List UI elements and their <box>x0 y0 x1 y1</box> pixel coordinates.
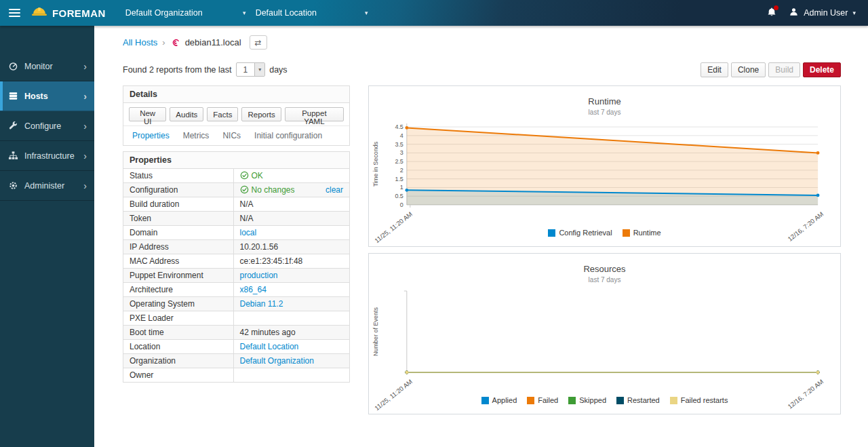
status-badge: No changes <box>240 185 295 195</box>
sidebar-item-infrastructure[interactable]: Infrastructure› <box>0 141 94 171</box>
property-label: Boot time <box>123 326 233 340</box>
audits-button[interactable]: Audits <box>170 107 203 121</box>
sidebar-item-label: Administer <box>24 181 64 191</box>
sidebar-item-hosts[interactable]: Hosts› <box>0 81 94 111</box>
table-row: Domainlocal <box>123 226 349 240</box>
location-link[interactable]: Default Location <box>240 342 299 351</box>
status-badge: OK <box>240 171 263 180</box>
architecture-link[interactable]: x86_64 <box>240 285 267 294</box>
sidebar-item-administer[interactable]: Administer› <box>0 171 94 201</box>
svg-text:1.5: 1.5 <box>395 176 403 182</box>
legend-swatch <box>481 397 489 404</box>
breadcrumb-all-hosts-link[interactable]: All Hosts <box>123 37 157 47</box>
breadcrumb: All Hosts › debian11.local ⇄ <box>123 35 841 50</box>
sidebar-nav: Monitor›Hosts›Configure›Infrastructure›A… <box>0 26 94 447</box>
details-button-row: New UIAuditsFactsReportsPuppet YAML <box>123 103 349 126</box>
property-value: OK <box>233 169 349 183</box>
sidebar-item-label: Infrastructure <box>24 151 75 161</box>
svg-text:11/25, 11:20 AM: 11/25, 11:20 AM <box>373 210 414 244</box>
table-row: Operating SystemDebian 11.2 <box>123 297 349 311</box>
tab-properties[interactable]: Properties <box>125 126 176 145</box>
organization-label: Default Organization <box>125 8 203 18</box>
tab-nics[interactable]: NICs <box>216 126 248 145</box>
table-row: Owner <box>123 368 349 383</box>
legend-label: Skipped <box>579 396 606 404</box>
sidebar-item-label: Monitor <box>24 62 53 71</box>
new-ui-button[interactable]: New UI <box>129 107 166 121</box>
host-switcher-button[interactable]: ⇄ <box>250 35 267 50</box>
clone-button[interactable]: Clone <box>731 62 766 77</box>
legend-item-runtime[interactable]: Runtime <box>623 229 661 237</box>
caret-down-icon: ▾ <box>365 9 368 16</box>
foreman-logo[interactable]: FOREMAN <box>31 5 106 20</box>
clear-link[interactable]: clear <box>326 185 343 195</box>
notifications-button[interactable] <box>766 7 777 20</box>
location-selector[interactable]: Default Location ▾ <box>256 8 368 18</box>
sitemap-icon <box>7 151 18 161</box>
host-action-buttons: EditCloneBuildDelete <box>701 62 841 77</box>
tab-metrics[interactable]: Metrics <box>176 126 216 145</box>
top-navbar: FOREMAN Default Organization ▾ Default L… <box>0 0 868 26</box>
menu-toggle-button[interactable] <box>0 9 29 17</box>
property-label: Operating System <box>123 297 233 311</box>
svg-text:4: 4 <box>400 132 403 139</box>
chevron-right-icon: › <box>83 92 87 101</box>
caret-down-icon: ▾ <box>254 63 264 76</box>
caret-down-icon: ▾ <box>852 9 856 16</box>
property-text: ce:e1:23:45:1f:48 <box>240 256 303 266</box>
organization-link[interactable]: Default Organization <box>240 356 314 366</box>
sidebar-item-monitor[interactable]: Monitor› <box>0 52 94 81</box>
operating-system-link[interactable]: Debian 11.2 <box>240 299 283 309</box>
svg-text:11/25, 11:20 AM: 11/25, 11:20 AM <box>373 378 414 412</box>
table-row: StatusOK <box>123 169 349 183</box>
legend-item-restarted[interactable]: Restarted <box>616 396 660 404</box>
table-row: MAC Addressce:e1:23:45:1f:48 <box>123 254 349 269</box>
puppet-environment-link[interactable]: production <box>240 271 278 280</box>
days-select[interactable]: 1 ▾ <box>236 62 266 77</box>
facts-button[interactable]: Facts <box>207 107 238 121</box>
resources-chart: 11/25, 11:20 AM12/16, 7:20 AMNumber of E… <box>369 286 840 414</box>
server-icon <box>7 91 18 102</box>
details-tabs: PropertiesMetricsNICsInitial configurati… <box>123 126 349 145</box>
user-name: Admin User <box>804 8 848 18</box>
property-value: Default Location <box>233 340 349 354</box>
property-text: 10.20.1.56 <box>240 242 279 252</box>
table-row: ConfigurationNo changesclear <box>123 183 349 197</box>
table-row: Boot time42 minutes ago <box>123 326 349 340</box>
user-icon <box>789 7 799 19</box>
puppet-yaml-button[interactable]: Puppet YAML <box>285 107 344 121</box>
property-label: Location <box>123 340 233 354</box>
domain-link[interactable]: local <box>240 228 257 237</box>
edit-button[interactable]: Edit <box>701 62 728 77</box>
chevron-right-icon: › <box>83 151 87 161</box>
legend-item-config-retrieval[interactable]: Config Retrieval <box>548 229 612 237</box>
breadcrumb-current-host: debian11.local <box>185 37 241 47</box>
svg-text:12/16, 7:20 AM: 12/16, 7:20 AM <box>786 210 825 243</box>
gauge-icon <box>7 61 18 72</box>
resources-chart-legend: AppliedFailedSkippedRestartedFailed rest… <box>369 396 840 404</box>
property-value <box>233 368 349 383</box>
table-row: LocationDefault Location <box>123 340 349 354</box>
switch-arrows-icon: ⇄ <box>255 38 262 47</box>
property-value: x86_64 <box>233 283 349 297</box>
charts-column: Runtime last 7 days 00.511.522.533.544.5… <box>368 85 841 414</box>
user-menu[interactable]: Admin User ▾ <box>789 7 856 19</box>
legend-item-applied[interactable]: Applied <box>481 396 517 404</box>
property-value: production <box>233 269 349 283</box>
property-value: N/A <box>233 212 349 226</box>
sidebar-item-configure[interactable]: Configure› <box>0 111 94 141</box>
organization-selector[interactable]: Default Organization ▾ <box>125 8 246 18</box>
table-row: TokenN/A <box>123 212 349 226</box>
properties-table: StatusOKConfigurationNo changesclearBuil… <box>123 169 349 382</box>
delete-button[interactable]: Delete <box>803 62 841 77</box>
property-label: Token <box>123 212 233 226</box>
location-label: Default Location <box>256 8 317 18</box>
tab-initial-configuration[interactable]: Initial configuration <box>248 126 329 145</box>
legend-item-failed[interactable]: Failed <box>527 396 558 404</box>
legend-item-failed-restarts[interactable]: Failed restarts <box>670 396 728 404</box>
properties-panel-title: Properties <box>123 152 349 169</box>
reports-button[interactable]: Reports <box>241 107 281 121</box>
host-details-column: Details New UIAuditsFactsReportsPuppet Y… <box>123 85 350 383</box>
table-row: OrganizationDefault Organization <box>123 354 349 368</box>
legend-item-skipped[interactable]: Skipped <box>568 396 606 404</box>
